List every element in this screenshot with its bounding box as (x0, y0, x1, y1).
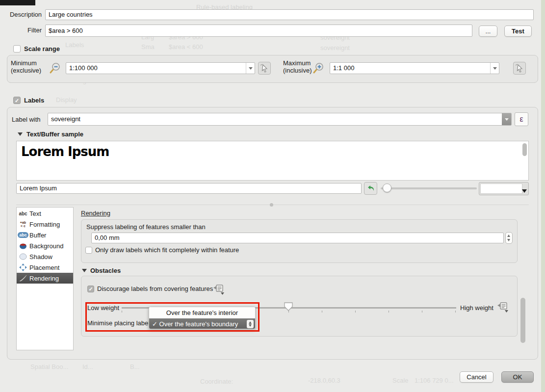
formatting-icon: +ab< c (17, 221, 29, 228)
maximum-scale-combo[interactable]: 1:1 000 (330, 62, 499, 74)
ghost-row2-rule: $area < 600 (169, 43, 203, 51)
discourage-label: Discourage labels from covering features (97, 285, 213, 292)
minimum-scale-combo[interactable]: 1:100 000 (66, 62, 255, 74)
label-with-value: sovereignt (51, 115, 80, 123)
ghost-scale-value: 1:106 729 0... (415, 377, 454, 384)
sample-scale-combo[interactable] (479, 182, 529, 195)
chevron-down-icon (493, 67, 497, 70)
weight-slider-handle[interactable] (284, 302, 293, 314)
shadow-icon (17, 253, 29, 260)
spinner-down-icon (507, 239, 510, 241)
ghost-coordinate: Coordinate: (200, 378, 233, 385)
sidebar-item-formatting[interactable]: +ab< c Formatting (17, 219, 73, 230)
fit-within-feature-checkbox[interactable] (85, 247, 92, 254)
description-label: Description (0, 11, 42, 18)
sidebar-item-background[interactable]: Background (17, 240, 73, 251)
epsilon-icon: ε (519, 115, 523, 123)
sidebar-item-label: Rendering (29, 275, 59, 282)
checkmark-icon: ✓ (15, 98, 19, 104)
minimum-scale-dropdown-button[interactable] (246, 63, 255, 74)
collapse-triangle-icon[interactable] (18, 132, 23, 136)
suppress-spinner-buttons[interactable] (505, 232, 513, 244)
data-defined-override-icon[interactable] (497, 302, 510, 314)
data-defined-override-icon[interactable] (213, 284, 226, 296)
label-with-dropdown-button[interactable] (502, 113, 512, 126)
background-icon (17, 242, 29, 249)
slider-tick (422, 311, 422, 313)
maximum-label: Maximum (283, 59, 311, 67)
spinner-up-icon (507, 235, 510, 237)
discourage-checkbox[interactable]: ✓ (87, 286, 94, 292)
maximum-scale-dropdown-button[interactable] (490, 63, 499, 74)
filter-test-button[interactable]: Test (504, 26, 532, 37)
maximum-sublabel: (inclusive) (283, 67, 312, 74)
sidebar-item-label: Background (29, 242, 63, 250)
screen-corner-bar (0, 0, 35, 5)
ghost-row2-text: sovereignt (320, 44, 350, 52)
map-canvas-edge (541, 0, 545, 392)
sidebar-item-placement[interactable]: Placement (17, 262, 73, 273)
minimum-scale-value: 1:100 000 (69, 64, 98, 72)
maximum-scale-value: 1:1 000 (333, 64, 354, 72)
cancel-button[interactable]: Cancel (460, 371, 493, 383)
sample-preview-text: Lorem Ipsum (21, 144, 109, 159)
collapse-triangle-icon[interactable] (82, 269, 87, 272)
text-sample-preview[interactable]: Lorem Ipsum (16, 141, 529, 181)
sample-scale-value (480, 183, 522, 194)
sidebar-item-shadow[interactable]: Shadow (17, 251, 73, 262)
description-input[interactable]: Large countries (45, 9, 534, 20)
preview-scrollbar-thumb[interactable] (522, 143, 527, 156)
sidebar-item-label: Shadow (29, 253, 52, 261)
expression-epsilon-button[interactable]: ε (515, 112, 528, 126)
sidebar-item-buffer[interactable]: abc Buffer (17, 230, 73, 240)
label-with-label: Label with (12, 116, 41, 123)
filter-input[interactable]: $area > 600 (45, 25, 472, 37)
sidebar-item-label: Formatting (29, 221, 60, 228)
obstacles-header: Obstacles (90, 267, 121, 274)
zoom-out-icon (49, 62, 62, 77)
sample-size-slider-handle[interactable] (383, 183, 391, 192)
sample-size-slider-track[interactable] (381, 187, 477, 189)
undo-arrow-icon (366, 184, 375, 192)
sidebar-item-label: Text (29, 210, 41, 217)
sidebar-item-label: Buffer (29, 232, 46, 239)
sidebar-item-label: Placement (29, 264, 59, 271)
scale-range-checkbox[interactable] (13, 45, 21, 52)
ghost-scale: Scale (392, 377, 409, 384)
splitter-handle[interactable] (270, 203, 273, 207)
checkmark-icon: ✓ (88, 286, 93, 292)
ghost-display: Display (56, 96, 77, 104)
scale-range-label: Scale range (24, 45, 60, 52)
minimum-sublabel: (exclusive) (11, 67, 41, 74)
label-with-combo[interactable]: sovereignt (48, 113, 512, 126)
labels-label: Labels (24, 97, 44, 104)
chevron-down-icon (249, 67, 253, 70)
sidebar-item-text[interactable]: abc Text (17, 208, 73, 219)
slider-tick (389, 311, 389, 313)
high-weight-label: High weight (460, 304, 493, 312)
maximum-map-scale-button[interactable] (513, 62, 526, 75)
minimum-map-scale-button[interactable] (258, 62, 271, 75)
slider-tick (355, 311, 356, 313)
sample-text-input[interactable]: Lorem Ipsum (16, 183, 362, 194)
ok-button[interactable]: OK (501, 371, 534, 383)
ghost-coord-value: -218.0,60.3 (308, 377, 340, 384)
cursor-icon (514, 62, 525, 74)
dropdown-arrow-icon (522, 189, 527, 193)
sample-reset-button[interactable] (364, 182, 377, 195)
sidebar-item-rendering[interactable]: Rendering (17, 273, 73, 284)
filter-label: Filter (0, 26, 42, 34)
panel-title: Rendering (81, 209, 110, 217)
annotation-rectangle (85, 302, 260, 332)
ghost-labels: Labels (65, 41, 84, 49)
labels-checkbox[interactable]: ✓ (13, 97, 21, 104)
ghost-row2-label: Sma (141, 43, 155, 51)
panel-scrollbar-thumb[interactable] (520, 298, 525, 343)
filter-expression-button[interactable]: ... (479, 26, 497, 37)
brush-icon (17, 275, 29, 282)
ghost-b: B... (130, 363, 140, 370)
suppress-spinbox[interactable]: 0,00 mm (91, 233, 504, 243)
slider-tick (322, 311, 322, 313)
slider-tick (455, 311, 456, 313)
buffer-icon: abc (17, 232, 29, 238)
